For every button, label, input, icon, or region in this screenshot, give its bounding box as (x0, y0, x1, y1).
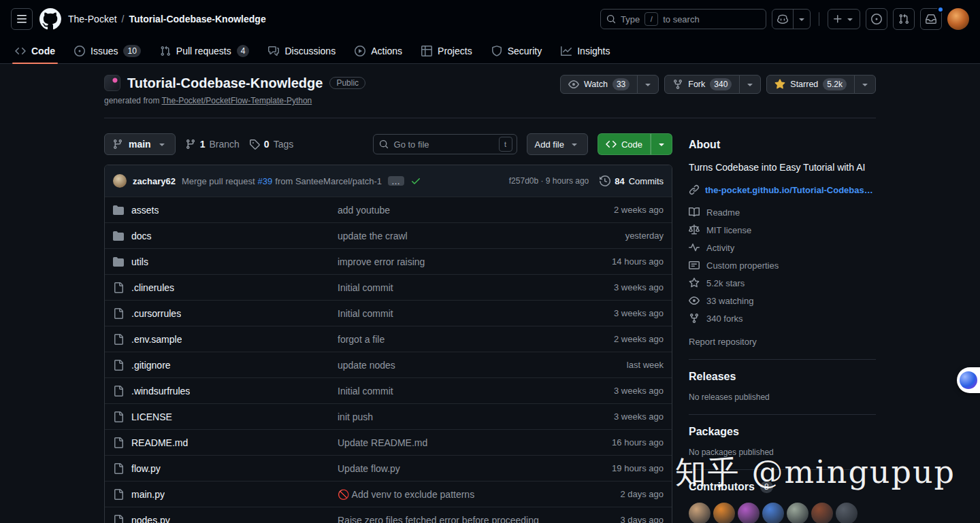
about-meta-item[interactable]: Activity (689, 239, 876, 256)
code-menu-button[interactable] (651, 133, 672, 155)
commit-author-avatar[interactable] (113, 174, 127, 188)
file-row[interactable]: docs update the crawl yesterday (105, 222, 672, 248)
commit-message-link[interactable]: improve error raising (338, 256, 561, 267)
file-name-link[interactable]: main.py (131, 489, 165, 500)
browser-extension-widget[interactable] (957, 367, 980, 393)
contributor-avatar[interactable] (689, 503, 710, 523)
file-row[interactable]: .cursorrules Initial commit 3 weeks ago (105, 300, 672, 326)
file-name-link[interactable]: README.md (131, 437, 188, 448)
about-meta-item[interactable]: 33 watching (689, 292, 876, 309)
file-name-link[interactable]: LICENSE (131, 411, 172, 422)
about-meta-item[interactable]: Custom properties (689, 256, 876, 274)
commit-author-link[interactable]: zachary62 (133, 176, 176, 186)
commit-message-link[interactable]: Initial commit (338, 282, 561, 293)
tab-actions[interactable]: Actions (348, 38, 409, 63)
add-file-button[interactable]: Add file (527, 133, 588, 155)
commit-message-link[interactable]: forgot a file (338, 334, 561, 345)
contributor-avatar[interactable] (738, 503, 760, 523)
file-row[interactable]: .clinerules Initial commit 3 weeks ago (105, 274, 672, 300)
checks-passed-icon[interactable] (410, 175, 421, 186)
breadcrumb-repo-link[interactable]: Tutorial-Codebase-Knowledge (129, 14, 265, 24)
file-name-link[interactable]: assets (131, 205, 159, 216)
commit-message-link[interactable]: Initial commit (338, 308, 561, 319)
contributor-avatar[interactable] (811, 503, 833, 523)
file-name-link[interactable]: utils (131, 256, 148, 267)
go-to-file-input[interactable]: Go to file t (373, 134, 517, 154)
commit-message-link[interactable]: Raise zero files fetched error before pr… (338, 515, 561, 523)
file-name-link[interactable]: .cursorrules (131, 308, 181, 319)
file-row[interactable]: .env.sample forgot a file 2 weeks ago (105, 326, 672, 352)
tab-discussions[interactable]: Discussions (261, 38, 342, 63)
code-button[interactable]: Code (598, 133, 651, 155)
commit-sha-link[interactable]: f257d0b · 9 hours ago (509, 176, 589, 186)
commit-description-toggle[interactable]: … (388, 176, 404, 186)
starred-button[interactable]: Starred 5.2k (766, 75, 855, 94)
tab-code[interactable]: Code (8, 38, 62, 63)
file-row[interactable]: flow.py Update flow.py 19 hours ago (105, 455, 672, 481)
fork-button[interactable]: Fork 340 (664, 75, 740, 94)
file-row[interactable]: assets add youtube 2 weeks ago (105, 197, 672, 222)
file-row[interactable]: .gitignore update nodes last week (105, 352, 672, 377)
tab-projects[interactable]: Projects (414, 38, 479, 63)
file-name-link[interactable]: .gitignore (131, 360, 171, 371)
file-row[interactable]: utils improve error raising 14 hours ago (105, 248, 672, 274)
tags-link[interactable]: 0 Tags (249, 139, 293, 150)
notifications-button[interactable] (920, 8, 942, 30)
commit-message-link[interactable]: update the crawl (338, 231, 561, 241)
file-row[interactable]: LICENSE init push 3 weeks ago (105, 403, 672, 429)
about-meta-item[interactable]: MIT license (689, 221, 876, 239)
contributor-avatar[interactable] (836, 503, 858, 523)
commit-history-link[interactable]: 84 Commits (600, 175, 664, 186)
github-logo[interactable] (39, 8, 61, 30)
copilot-menu-button[interactable] (793, 10, 810, 29)
file-row[interactable]: main.py 🚫 Add venv to exclude patterns 2… (105, 481, 672, 507)
template-repo-link[interactable]: The-Pocket/PocketFlow-Template-Python (162, 96, 312, 105)
file-name-link[interactable]: .windsurfrules (131, 386, 190, 397)
file-name-link[interactable]: nodes.py (131, 515, 170, 523)
file-row[interactable]: README.md Update README.md 16 hours ago (105, 429, 672, 455)
create-new-button[interactable] (828, 9, 860, 29)
branch-selector[interactable]: main (104, 133, 176, 155)
watch-button[interactable]: Watch 33 (560, 75, 638, 94)
your-issues-button[interactable] (866, 8, 887, 30)
tab-security[interactable]: Security (485, 38, 549, 63)
commit-message-link[interactable]: from SanteeMarcel/patch-1 (275, 176, 382, 186)
file-name-link[interactable]: flow.py (131, 463, 161, 474)
file-name-link[interactable]: .env.sample (131, 334, 182, 345)
commit-message-link[interactable]: Initial commit (338, 386, 561, 397)
contributor-avatar[interactable] (713, 503, 735, 523)
file-row[interactable]: .windsurfrules Initial commit 3 weeks ag… (105, 377, 672, 403)
global-search-input[interactable]: Type / to search (600, 9, 766, 29)
commit-message-link[interactable]: Update README.md (338, 437, 561, 448)
website-link[interactable]: the-pocket.github.io/Tutorial-Codebase-… (705, 185, 876, 195)
tab-issues[interactable]: Issues 10 (67, 38, 148, 63)
tab-insights[interactable]: Insights (554, 38, 617, 63)
fork-menu-button[interactable] (739, 75, 761, 94)
report-repository-link[interactable]: Report repository (689, 337, 757, 347)
about-meta-item[interactable]: 5.2k stars (689, 274, 876, 292)
watch-menu-button[interactable] (637, 75, 659, 94)
commit-message-link[interactable]: update nodes (338, 360, 561, 371)
commit-message-link[interactable]: Merge pull request (182, 176, 255, 186)
commit-message-link[interactable]: add youtube (338, 205, 561, 216)
copilot-button[interactable] (772, 10, 793, 29)
pr-number-link[interactable]: #39 (258, 176, 273, 186)
contributor-avatar[interactable] (762, 503, 784, 523)
file-row[interactable]: nodes.py Raise zero files fetched error … (105, 507, 672, 523)
about-meta-item[interactable]: 340 forks (689, 309, 876, 327)
hamburger-menu-button[interactable] (11, 8, 33, 30)
contributor-avatar[interactable] (787, 503, 808, 523)
your-pull-requests-button[interactable] (893, 8, 915, 30)
user-avatar[interactable] (947, 8, 969, 30)
commit-message-link[interactable]: init push (338, 411, 561, 422)
breadcrumb-owner-link[interactable]: The-Pocket (68, 14, 117, 24)
tab-pull-requests[interactable]: Pull requests 4 (153, 38, 257, 63)
branches-link[interactable]: 1 Branch (185, 139, 240, 150)
about-meta-item[interactable]: Readme (689, 203, 876, 221)
commit-time: last week (561, 360, 664, 370)
file-name-link[interactable]: .clinerules (131, 282, 174, 293)
commit-message-link[interactable]: Update flow.py (338, 463, 561, 474)
star-menu-button[interactable] (854, 75, 876, 94)
commit-message-link[interactable]: 🚫 Add venv to exclude patterns (338, 489, 561, 500)
file-name-link[interactable]: docs (131, 231, 152, 241)
